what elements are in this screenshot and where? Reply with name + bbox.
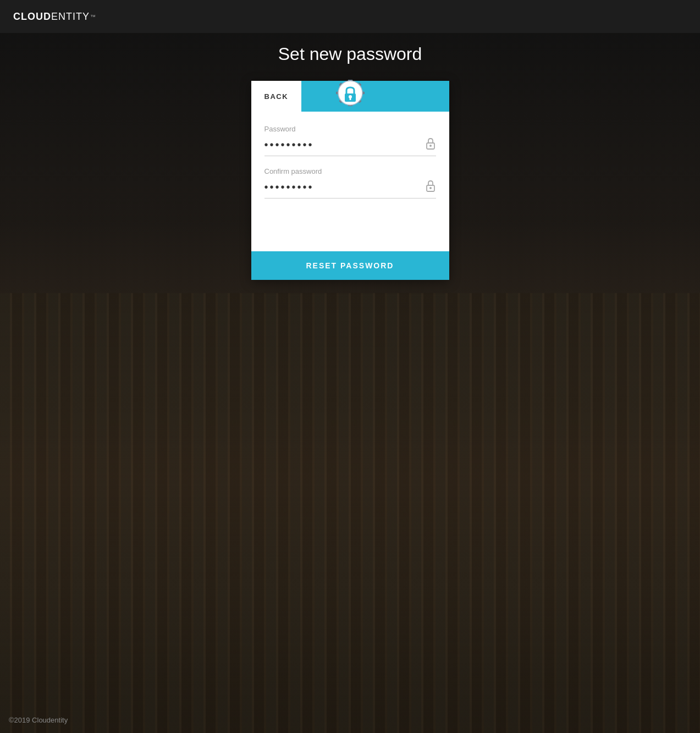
card: BACK Password <box>251 81 449 280</box>
page-title: Set new password <box>278 44 422 64</box>
main-content: Set new password <box>0 0 700 733</box>
logo-cloud: CLOUD <box>13 11 51 23</box>
confirm-field-group: Confirm password <box>264 167 436 199</box>
header-accent <box>301 81 449 112</box>
password-label: Password <box>264 125 436 133</box>
logo-entity: ENTITY <box>51 11 90 23</box>
svg-rect-3 <box>349 98 351 100</box>
confirm-lock-icon[interactable] <box>425 180 436 195</box>
reset-password-button[interactable]: RESET PASSWORD <box>251 251 449 280</box>
password-input[interactable] <box>264 136 421 153</box>
svg-point-7 <box>429 187 432 189</box>
confirm-input-row <box>264 179 436 199</box>
back-button[interactable]: BACK <box>251 81 302 112</box>
confirm-input[interactable] <box>264 179 421 196</box>
logo: CLOUD ENTITY ™ <box>13 11 96 23</box>
password-lock-icon[interactable] <box>425 137 436 152</box>
confirm-label: Confirm password <box>264 167 436 175</box>
card-body: Password Confirm password <box>251 112 449 251</box>
footer: ©2019 Cloudentity <box>9 716 68 724</box>
gear-lock-icon <box>328 75 372 119</box>
spacer <box>264 210 436 243</box>
logo-tm: ™ <box>90 14 96 20</box>
copyright: ©2019 Cloudentity <box>9 716 68 724</box>
password-field-group: Password <box>264 125 436 156</box>
navbar: CLOUD ENTITY ™ <box>0 0 700 33</box>
svg-point-5 <box>429 145 432 147</box>
password-input-row <box>264 136 436 156</box>
